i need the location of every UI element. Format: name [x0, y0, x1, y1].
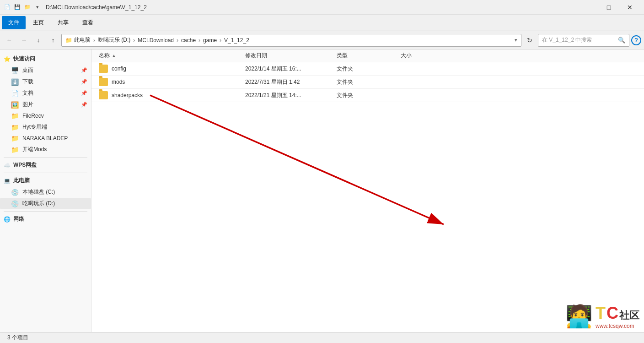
network-label: 网络 [13, 215, 24, 223]
sidebar-item-naraka[interactable]: 📁 NARAKA BLADEP [0, 133, 91, 144]
item-count: 3 个项目 [7, 334, 28, 342]
sep3: › [177, 37, 178, 44]
file-name-label-config: config [112, 65, 126, 72]
wps-header[interactable]: ☁️ WPS网盘 [0, 159, 91, 171]
folder-breadcrumb-icon: 📁 [65, 37, 72, 44]
search-placeholder: 在 V_1_12_2 中搜索 [542, 36, 616, 44]
sep2: › [133, 37, 135, 44]
close-button[interactable]: ✕ [619, 0, 640, 15]
search-icon[interactable]: 🔍 [618, 37, 625, 44]
sidebar-item-docs[interactable]: 📄 文档 📌 [0, 87, 91, 99]
tab-share[interactable]: 共享 [51, 16, 75, 29]
sidebar-item-pictures[interactable]: 🖼️ 图片 📌 [0, 99, 91, 110]
sidebar: ⭐ 快速访问 🖥️ 桌面 📌 ⬇️ 下载 📌 📄 文档 📌 🖼️ 图片 [0, 49, 91, 332]
table-row[interactable]: shaderpacks 2022/1/21 星期五 14:... 文件夹 [91, 89, 644, 102]
sidebar-item-filerecv-label: FileRecv [22, 113, 44, 119]
col-name-label: 名称 [99, 52, 110, 60]
refresh-button[interactable]: ↻ [523, 34, 536, 47]
col-type-header[interactable]: 类型 [337, 52, 401, 60]
search-box[interactable]: 在 V_1_12_2 中搜索 🔍 [538, 34, 629, 47]
col-type-label: 类型 [337, 52, 348, 59]
up-button[interactable]: ↑ [47, 34, 59, 47]
forward-button[interactable]: → [17, 34, 30, 47]
sidebar-item-c-label: 本地磁盘 (C:) [22, 188, 55, 196]
file-list: config 2022/1/14 星期五 16:... 文件夹 mods 202… [91, 62, 644, 332]
tab-home[interactable]: 主页 [27, 16, 50, 29]
address-box[interactable]: 📁 此电脑 › 吃喝玩乐 (D:) › MCLDownload › cache … [61, 34, 521, 47]
breadcrumb-thispc[interactable]: 此电脑 [74, 36, 91, 44]
sidebar-item-mods[interactable]: 📁 开端Mods [0, 144, 91, 155]
sidebar-item-naraka-label: NARAKA BLADEP [22, 135, 68, 142]
file-name-config: config [99, 65, 245, 73]
file-type-mods: 文件夹 [337, 78, 401, 86]
pin-docs-icon: 📌 [81, 90, 87, 96]
help-button[interactable]: ? [631, 35, 641, 45]
watermark-character: 🧑‍💻 [565, 304, 593, 329]
watermark-c: C [606, 304, 618, 323]
thispc-header[interactable]: 💻 此电脑 [0, 175, 91, 186]
table-row[interactable]: mods 2022/7/31 星期日 1:42 文件夹 [91, 76, 644, 89]
watermark-shequLabel: 社区 [619, 309, 639, 322]
maximize-button[interactable]: □ [598, 0, 619, 15]
col-name-header[interactable]: 名称 ▲ [99, 52, 245, 60]
sep4: › [199, 37, 200, 44]
breadcrumb-mcl[interactable]: MCLDownload [138, 37, 174, 44]
main-layout: ⭐ 快速访问 🖥️ 桌面 📌 ⬇️ 下载 📌 📄 文档 📌 🖼️ 图片 [0, 49, 644, 332]
network-header[interactable]: 🌐 网络 [0, 213, 91, 225]
file-type-config: 文件夹 [337, 65, 401, 73]
minimize-button[interactable]: — [577, 0, 598, 15]
divider2 [4, 173, 87, 173]
col-date-label: 修改日期 [245, 52, 267, 59]
tab-view[interactable]: 查看 [76, 16, 100, 29]
address-chevron-icon[interactable]: ▾ [515, 37, 517, 43]
pin-desktop-icon: 📌 [81, 67, 87, 73]
ribbon: 文件 主页 共享 查看 [0, 15, 644, 31]
file-list-area: 名称 ▲ 修改日期 类型 大小 config 2022/1/14 星期五 16:… [91, 49, 644, 332]
table-row[interactable]: config 2022/1/14 星期五 16:... 文件夹 [91, 62, 644, 76]
save-icon: 💾 [14, 4, 21, 11]
pictures-icon: 🖼️ [11, 101, 19, 109]
back-button[interactable]: ← [3, 34, 16, 47]
sidebar-item-hyt[interactable]: 📁 Hyt专用端 [0, 121, 91, 133]
sidebar-item-docs-label: 文档 [22, 89, 33, 97]
desktop-icon: 🖥️ [11, 67, 19, 74]
title-bar: 📄 💾 📁 ▾ D:\MCLDownload\cache\game\V_1_12… [0, 0, 644, 15]
sidebar-item-filerecv[interactable]: 📁 FileRecv [0, 110, 91, 121]
sidebar-item-hyt-label: Hyt专用端 [22, 123, 47, 131]
tab-file[interactable]: 文件 [2, 16, 26, 29]
breadcrumb-d[interactable]: 吃喝玩乐 (D:) [98, 36, 130, 44]
hyt-icon: 📁 [11, 124, 19, 131]
downloads-icon: ⬇️ [11, 78, 19, 86]
breadcrumb-cache[interactable]: cache [181, 37, 196, 44]
watermark-url: www.tcsqw.com [596, 323, 639, 329]
folder-icon: 📁 [24, 4, 31, 11]
file-name-mods: mods [99, 78, 245, 86]
col-sort-arrow: ▲ [112, 53, 116, 58]
quick-access-header[interactable]: ⭐ 快速访问 [0, 53, 91, 65]
watermark-brand: T C 社区 www.tcsqw.com [596, 304, 639, 329]
col-date-header[interactable]: 修改日期 [245, 52, 337, 60]
sidebar-item-d-label: 吃喝玩乐 (D:) [22, 200, 55, 207]
pin-downloads-icon: 📌 [81, 79, 87, 85]
dropdown-icon[interactable]: ▾ [34, 4, 41, 11]
sidebar-item-downloads[interactable]: ⬇️ 下载 📌 [0, 76, 91, 87]
quick-access-section: ⭐ 快速访问 🖥️ 桌面 📌 ⬇️ 下载 📌 📄 文档 📌 🖼️ 图片 [0, 53, 91, 155]
sidebar-item-desktop[interactable]: 🖥️ 桌面 📌 [0, 65, 91, 76]
dropdown-nav-button[interactable]: ↓ [32, 34, 45, 47]
file-date-config: 2022/1/14 星期五 16:... [245, 65, 337, 73]
col-size-header[interactable]: 大小 [401, 52, 446, 60]
sidebar-item-c[interactable]: 💿 本地磁盘 (C:) [0, 186, 91, 198]
docs-icon: 📄 [11, 90, 19, 97]
address-bar: ← → ↓ ↑ 📁 此电脑 › 吃喝玩乐 (D:) › MCLDownload … [0, 31, 644, 49]
d-drive-icon: 💿 [11, 200, 19, 207]
breadcrumb-game[interactable]: game [203, 37, 217, 44]
breadcrumb-version[interactable]: V_1_12_2 [224, 37, 249, 44]
sidebar-item-mods-label: 开端Mods [22, 146, 47, 153]
window-controls: — □ ✕ [577, 0, 640, 15]
network-icon: 🌐 [4, 216, 11, 223]
sidebar-item-desktop-label: 桌面 [22, 66, 33, 74]
title-bar-icons: 📄 💾 📁 ▾ [4, 4, 41, 11]
sep5: › [220, 37, 221, 44]
file-type-shaderpacks: 文件夹 [337, 92, 401, 99]
sidebar-item-d[interactable]: 💿 吃喝玩乐 (D:) [0, 198, 91, 209]
